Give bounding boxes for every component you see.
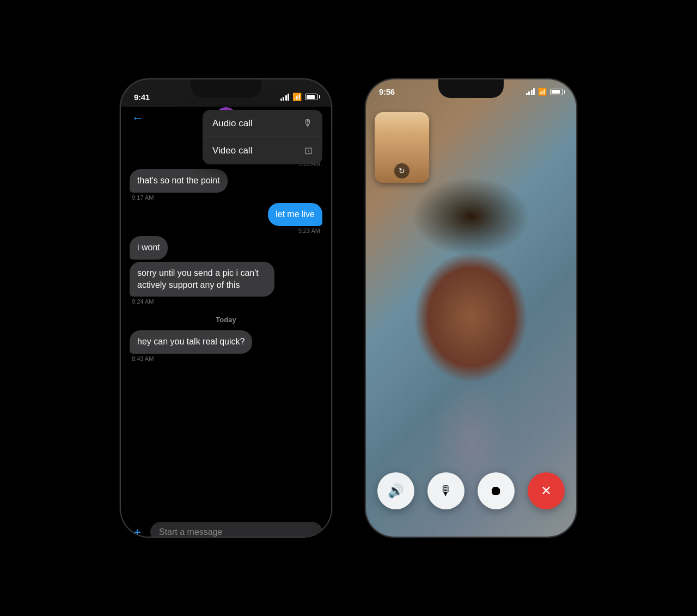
message-bubble: i wont	[130, 236, 168, 259]
messages-screen: ← ✆ ⓘ Audio call 🎙 Video call ⊡ the sexu…	[121, 107, 331, 538]
message-row: i wont	[130, 236, 322, 259]
audio-call-option[interactable]: Audio call 🎙	[203, 110, 322, 137]
message-row: sorry until you send a pic i can't activ…	[130, 262, 322, 305]
phone-messages: 9:41 📶 ← ✆ ⓘ Audio call 🎙	[120, 78, 332, 538]
flip-camera-button[interactable]: ↻	[394, 163, 409, 178]
message-row: let me live 9:23 AM	[130, 203, 322, 234]
message-row: that's so not the point 9:17 AM	[130, 169, 322, 200]
message-bubble: sorry until you send a pic i can't activ…	[130, 262, 274, 297]
battery-icon-facetime	[550, 89, 563, 95]
speaker-icon: 🔊	[388, 483, 404, 498]
message-input[interactable]: Start a message	[150, 522, 322, 538]
message-time: 9:23 AM	[296, 227, 322, 234]
message-bubble: that's so not the point	[130, 169, 228, 192]
message-bubble: hey can you talk real quick?	[130, 330, 252, 353]
facetime-screen: 9:56 📶 ↻ 🔊 🎙	[366, 79, 576, 537]
microphone-icon: 🎙	[439, 483, 453, 498]
self-view-pip[interactable]: ↻	[375, 112, 429, 183]
wifi-icon-facetime: 📶	[538, 88, 547, 96]
camera-icon: ⏺	[490, 483, 503, 498]
message-time: 9:24 AM	[130, 298, 156, 305]
message-row: hey can you talk real quick? 8:43 AM	[130, 330, 322, 361]
status-time-messages: 9:41	[134, 93, 150, 102]
camera-icon: ⊡	[304, 145, 313, 157]
day-divider: Today	[130, 307, 322, 328]
input-bar: + Start a message	[121, 515, 331, 538]
message-bubble: let me live	[268, 203, 322, 226]
battery-icon	[305, 94, 318, 100]
video-call-option[interactable]: Video call ⊡	[203, 137, 322, 164]
signal-icon	[280, 94, 290, 101]
flip-camera-icon: ↻	[399, 167, 405, 175]
end-call-icon: ✕	[541, 483, 552, 498]
status-bar-messages: 9:41 📶	[121, 79, 331, 107]
mute-button[interactable]: 🎙	[427, 472, 464, 509]
microphone-icon: 🎙	[303, 118, 313, 129]
messages-list: the sexual tension is 11/10 9:13 AM that…	[121, 131, 331, 515]
status-time-facetime: 9:56	[379, 87, 395, 96]
back-button[interactable]: ←	[132, 111, 149, 125]
camera-toggle-button[interactable]: ⏺	[478, 472, 515, 509]
signal-icon-facetime	[526, 88, 535, 95]
message-time: 8:43 AM	[130, 355, 156, 362]
end-call-button[interactable]: ✕	[528, 472, 565, 509]
speaker-button[interactable]: 🔊	[377, 472, 414, 509]
status-bar-facetime: 9:56 📶	[366, 79, 576, 96]
status-icons-facetime: 📶	[526, 88, 564, 96]
status-icons-messages: 📶	[280, 93, 319, 101]
phone-facetime: 9:56 📶 ↻ 🔊 🎙	[365, 78, 577, 538]
add-attachment-button[interactable]: +	[130, 525, 145, 538]
call-controls: 🔊 🎙 ⏺ ✕	[366, 472, 576, 509]
wifi-icon: 📶	[292, 93, 302, 101]
message-time: 9:17 AM	[130, 194, 156, 201]
call-dropdown-menu: Audio call 🎙 Video call ⊡	[203, 110, 322, 164]
